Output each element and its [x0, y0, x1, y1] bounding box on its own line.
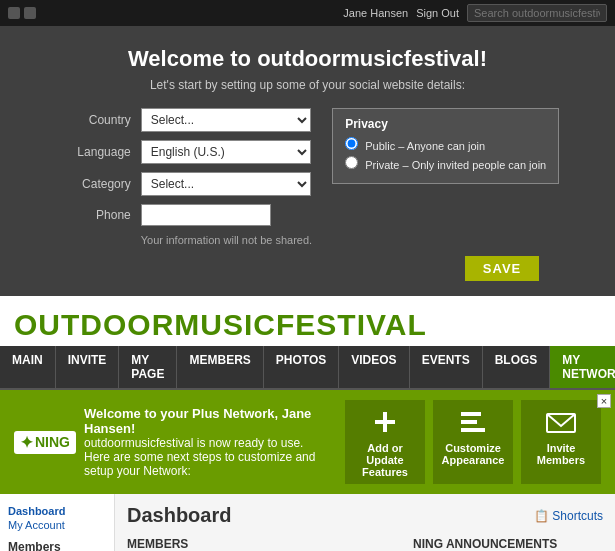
main-content: Dashboard My Account Members Moderation … [0, 494, 615, 551]
nav-mypage[interactable]: MY PAGE [119, 346, 177, 388]
ning-logo: ✦ NING [14, 431, 76, 454]
svg-rect-1 [383, 412, 387, 432]
category-label: Category [56, 177, 131, 191]
signout-link[interactable]: Sign Out [416, 7, 459, 19]
privacy-box: Privacy Public – Anyone can join Private… [332, 108, 559, 184]
sidebar: Dashboard My Account Members Moderation … [0, 494, 115, 551]
phone-row: Phone [56, 204, 312, 226]
window-controls [8, 7, 36, 19]
shortcuts-label: Shortcuts [552, 509, 603, 523]
svg-rect-2 [461, 428, 485, 432]
form-fields: Country Select... Language English (U.S.… [56, 108, 312, 246]
dashboard-area: Dashboard 📋 Shortcuts MEMBERS Pending Ap… [115, 494, 615, 551]
banner-welcome: Welcome to your Plus Network, Jane Hanse… [84, 406, 311, 436]
shortcuts-link[interactable]: 📋 Shortcuts [534, 509, 603, 523]
setup-subtitle: Let's start by setting up some of your s… [56, 78, 559, 92]
language-label: Language [56, 145, 131, 159]
setup-box: Welcome to outdoormusicfestival! Let's s… [56, 46, 559, 281]
banner-nextsteps: Here are some next steps to customize an… [84, 450, 345, 478]
banner-text: Welcome to your Plus Network, Jane Hanse… [84, 406, 345, 478]
maximize-btn[interactable] [24, 7, 36, 19]
setup-overlay: Welcome to outdoormusicfestival! Let's s… [0, 26, 615, 296]
dashboard-title: Dashboard [127, 504, 231, 527]
dashboard-header: Dashboard 📋 Shortcuts [127, 504, 603, 527]
banner-close-button[interactable]: × [597, 394, 611, 408]
setup-title: Welcome to outdoormusicfestival! [56, 46, 559, 72]
ning-star-icon: ✦ [20, 433, 33, 452]
save-button[interactable]: SAVE [465, 256, 539, 281]
invite-icon [545, 406, 577, 438]
nav-invite[interactable]: INVITE [56, 346, 120, 388]
announcements: NING ANNOUNCEMENTS Now Available: All Yo… [413, 537, 603, 551]
nav-members[interactable]: MEMBERS [177, 346, 263, 388]
sidebar-members-section: Members [8, 540, 106, 551]
invite-label: Invite Members [531, 442, 591, 466]
members-section-label: MEMBERS [127, 537, 403, 551]
left-column: MEMBERS Pending Approval Yesterday Past … [127, 537, 403, 551]
minimize-btn[interactable] [8, 7, 20, 19]
nav-main[interactable]: MAIN [0, 346, 56, 388]
privacy-private-label[interactable]: Private – Only invited people can join [345, 156, 546, 171]
privacy-title: Privacy [345, 117, 546, 131]
nav-photos[interactable]: PHOTOS [264, 346, 339, 388]
country-select[interactable]: Select... [141, 108, 311, 132]
phone-input[interactable] [141, 204, 271, 226]
language-select[interactable]: English (U.S.) [141, 140, 311, 164]
form-note: Your information will not be shared. [141, 234, 312, 246]
banner-left: ✦ NING Welcome to your Plus Network, Jan… [14, 406, 345, 478]
phone-label: Phone [56, 208, 131, 222]
nav-videos[interactable]: VIDEOS [339, 346, 409, 388]
add-features-button[interactable]: Add or Update Features [345, 400, 425, 484]
shortcuts-icon: 📋 [534, 509, 549, 523]
customize-appearance-button[interactable]: Customize Appearance [433, 400, 513, 484]
nav-blogs[interactable]: BLOGS [483, 346, 551, 388]
svg-rect-4 [461, 412, 481, 416]
privacy-private-radio[interactable] [345, 156, 358, 169]
add-features-label: Add or Update Features [355, 442, 415, 478]
members-section: MEMBERS Pending Approval Yesterday Past … [127, 537, 403, 551]
svg-rect-3 [461, 420, 477, 424]
privacy-public-radio[interactable] [345, 137, 358, 150]
username: Jane Hansen [343, 7, 408, 19]
ning-label: NING [35, 434, 70, 450]
save-row: SAVE [56, 256, 559, 281]
invite-members-button[interactable]: Invite Members [521, 400, 601, 484]
right-area: MEMBERS Pending Approval Yesterday Past … [127, 537, 603, 551]
site-header: OUTDOORMUSICFESTIVAL [0, 296, 615, 346]
category-select[interactable]: Select... [141, 172, 311, 196]
customize-label: Customize Appearance [442, 442, 505, 466]
site-title: OUTDOORMUSICFESTIVAL [14, 308, 601, 342]
nav-events[interactable]: EVENTS [410, 346, 483, 388]
form-and-privacy: Country Select... Language English (U.S.… [56, 108, 559, 246]
nav-mynetwork[interactable]: MY NETWORK [550, 346, 615, 388]
country-label: Country [56, 113, 131, 127]
privacy-public-label[interactable]: Public – Anyone can join [345, 137, 546, 152]
main-nav: MAIN INVITE MY PAGE MEMBERS PHOTOS VIDEO… [0, 346, 615, 390]
search-input[interactable] [467, 4, 607, 22]
banner-ready: outdoormusicfestival is now ready to use… [84, 436, 345, 450]
country-row: Country Select... [56, 108, 312, 132]
add-features-icon [369, 406, 401, 438]
language-row: Language English (U.S.) [56, 140, 312, 164]
top-bar: Jane Hansen Sign Out [0, 0, 615, 26]
category-row: Category Select... [56, 172, 312, 196]
banner-actions: Add or Update Features Customize Appeara… [345, 400, 601, 484]
sidebar-my-account[interactable]: My Account [8, 518, 106, 532]
announcements-title: NING ANNOUNCEMENTS [413, 537, 603, 551]
sidebar-dashboard[interactable]: Dashboard [8, 504, 106, 518]
customize-icon [457, 406, 489, 438]
green-banner: × ✦ NING Welcome to your Plus Network, J… [0, 390, 615, 494]
